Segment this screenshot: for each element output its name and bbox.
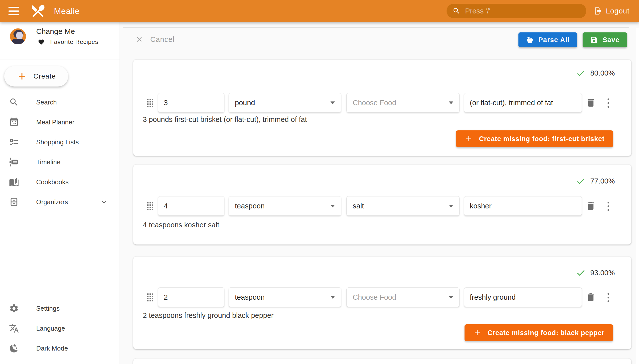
unit-value: pound	[235, 99, 255, 107]
sidebar-item-dark-mode[interactable]: Dark Mode	[0, 338, 120, 358]
confidence-indicator: 77.00%	[576, 176, 615, 186]
create-missing-food-button[interactable]: Create missing food: first-cut brisket	[456, 130, 613, 147]
sidebar-item-shopping-lists[interactable]: Shopping Lists	[0, 132, 120, 152]
sidebar-item-label: Shopping Lists	[36, 138, 79, 146]
sidebar-item-organizers[interactable]: Organizers	[0, 192, 120, 212]
sidebar-item-label: Meal Planner	[36, 118, 74, 126]
plus-icon	[465, 135, 473, 143]
sidebar-item-label: Language	[36, 324, 65, 332]
save-icon	[590, 36, 598, 44]
logout-label: Logout	[606, 7, 629, 15]
timeline-icon	[9, 157, 19, 167]
caret-down-icon	[449, 205, 453, 208]
unit-select[interactable]: teaspoon	[229, 288, 341, 307]
note-input[interactable]	[464, 288, 582, 307]
search-input[interactable]	[465, 7, 575, 15]
create-button-label: Create	[34, 72, 56, 80]
sidebar-item-search[interactable]: Search	[0, 92, 120, 112]
ingredient-fields-row: teaspoon salt	[133, 196, 631, 216]
delete-button[interactable]	[586, 292, 596, 302]
plus-icon	[17, 71, 28, 82]
calendar-icon	[9, 117, 19, 127]
drag-handle-icon[interactable]	[147, 99, 153, 107]
cancel-button[interactable]: Cancel	[135, 32, 174, 46]
drag-handle-icon[interactable]	[147, 202, 153, 210]
content-divider	[123, 27, 629, 28]
check-icon	[576, 268, 586, 278]
sidebar-item-timeline[interactable]: Timeline	[0, 152, 120, 172]
sidebar-item-label: Search	[36, 98, 57, 106]
food-value: salt	[353, 202, 364, 210]
quantity-input[interactable]	[158, 196, 225, 216]
caret-down-icon	[330, 296, 335, 299]
trash-icon	[586, 201, 596, 211]
search-icon	[453, 7, 461, 15]
hamburger-menu-icon[interactable]	[9, 7, 20, 15]
sidebar-item-language[interactable]: Language	[0, 318, 120, 338]
create-missing-food-label: Create missing food: first-cut brisket	[479, 135, 604, 143]
caret-down-icon	[449, 102, 453, 104]
cabinet-icon	[9, 197, 19, 207]
heart-icon	[38, 39, 45, 46]
logout-icon	[594, 7, 602, 15]
logout-button[interactable]: Logout	[594, 7, 629, 15]
open-book-icon	[9, 177, 19, 187]
original-ingredient-text: 2 teaspoons freshly ground black pepper	[143, 312, 274, 320]
translate-icon	[9, 323, 19, 333]
scrollbar[interactable]	[636, 28, 639, 364]
global-search[interactable]	[447, 4, 586, 18]
sidebar-item-settings[interactable]: Settings	[0, 298, 120, 318]
unit-select[interactable]: teaspoon	[229, 196, 341, 216]
cancel-label: Cancel	[150, 36, 174, 44]
delete-button[interactable]	[586, 98, 596, 108]
sidebar-item-cookbooks[interactable]: Cookbooks	[0, 172, 120, 192]
avatar[interactable]	[10, 28, 26, 44]
plus-icon	[473, 328, 482, 337]
food-select[interactable]: Choose Food	[346, 288, 460, 307]
gear-icon	[9, 304, 19, 314]
favorite-recipes-link[interactable]: Favorite Recipes	[38, 38, 98, 46]
food-placeholder: Choose Food	[353, 293, 396, 302]
check-icon	[576, 68, 586, 78]
caret-down-icon	[330, 102, 335, 104]
top-app-bar: Mealie Logout	[0, 0, 639, 22]
create-button[interactable]: Create	[4, 66, 68, 86]
app-title: Mealie	[54, 6, 80, 16]
confidence-value: 93.00%	[590, 269, 615, 277]
parse-all-label: Parse All	[538, 36, 570, 44]
parse-all-button[interactable]: Parse All	[518, 32, 577, 47]
kebab-menu-button[interactable]	[607, 98, 610, 108]
chevron-down-icon	[100, 198, 109, 206]
ingredient-fields-row: teaspoon Choose Food	[133, 288, 631, 308]
sidebar-item-label: Settings	[36, 305, 60, 312]
sidebar-item-meal-planner[interactable]: Meal Planner	[0, 112, 120, 132]
delete-button[interactable]	[586, 201, 596, 211]
original-ingredient-text: 4 teaspoons kosher salt	[143, 221, 219, 229]
note-input[interactable]	[464, 196, 582, 216]
kebab-menu-button[interactable]	[607, 201, 610, 212]
search-icon	[9, 97, 19, 107]
ingredient-parser-panel: Cancel Parse All Save 80.00% pound	[120, 22, 639, 364]
caret-down-icon	[330, 205, 335, 208]
save-button[interactable]: Save	[583, 32, 627, 47]
food-select[interactable]: salt	[346, 196, 460, 216]
create-missing-food-button[interactable]: Create missing food: black pepper	[465, 324, 613, 341]
ingredient-fields-row: pound Choose Food	[133, 93, 631, 113]
unit-value: teaspoon	[235, 293, 265, 302]
ingredient-card: 77.00% teaspoon salt 4 teaspoo	[133, 164, 631, 244]
close-icon	[135, 36, 143, 44]
food-select[interactable]: Choose Food	[346, 93, 460, 112]
quantity-input[interactable]	[158, 93, 225, 112]
create-missing-food-label: Create missing food: black pepper	[488, 329, 604, 337]
kebab-menu-button[interactable]	[607, 292, 610, 303]
sidebar-divider	[0, 60, 120, 60]
note-input[interactable]	[464, 93, 582, 112]
quantity-input[interactable]	[158, 288, 225, 307]
sidebar-item-label: Cookbooks	[36, 178, 69, 186]
save-label: Save	[602, 36, 619, 44]
food-placeholder: Choose Food	[353, 99, 396, 107]
fork-knife-logo-icon	[30, 3, 46, 19]
drag-handle-icon[interactable]	[147, 294, 153, 302]
unit-select[interactable]: pound	[229, 93, 341, 112]
confidence-indicator: 93.00%	[576, 268, 615, 278]
